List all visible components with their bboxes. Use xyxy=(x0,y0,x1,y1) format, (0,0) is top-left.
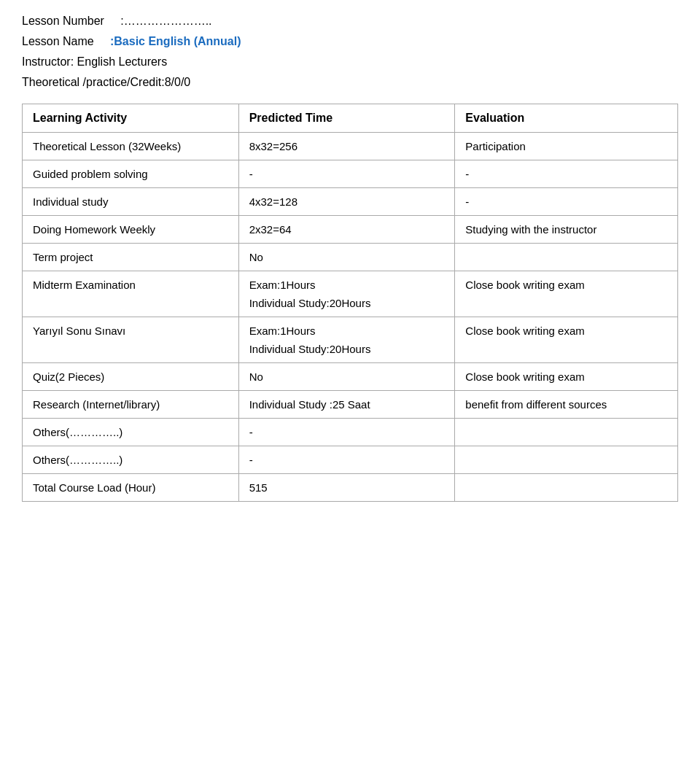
row-9-col1: Others(…………..) xyxy=(23,419,239,446)
lesson-number-value: :………………….. xyxy=(120,15,211,27)
row-8-col2: Individual Study :25 Saat xyxy=(238,391,455,419)
row-5-col1: Midterm Examination xyxy=(23,271,239,317)
instructor-row: Instructor: English Lecturers xyxy=(22,55,678,69)
row-6-col2-line1: Exam:1Hours xyxy=(249,325,316,337)
row-3-col3: Studying with the instructor xyxy=(455,216,678,244)
row-7-col1: Quiz(2 Pieces) xyxy=(23,363,239,391)
row-8-col1: Research (Internet/library) xyxy=(23,391,239,419)
row-0-col2: 8x32=256 xyxy=(238,133,455,160)
row-1-col3: - xyxy=(455,160,678,188)
row-2-col2: 4x32=128 xyxy=(238,188,455,216)
header-section: Lesson Number :………………….. Lesson Name :Ba… xyxy=(22,15,678,89)
col-header-predicted-time: Predicted Time xyxy=(238,104,455,133)
row-1-col2: - xyxy=(238,160,455,188)
table-header-row: Learning Activity Predicted Time Evaluat… xyxy=(23,104,678,133)
row-11-col3 xyxy=(455,474,678,502)
row-4-col1: Term project xyxy=(23,244,239,271)
row-7-col2: No xyxy=(238,363,455,391)
row-10-col1: Others(…………..) xyxy=(23,446,239,474)
table-row: Individual study 4x32=128 - xyxy=(23,188,678,216)
row-6-col1: Yarıyıl Sonu Sınavı xyxy=(23,317,239,363)
row-5-col3: Close book writing exam xyxy=(455,271,678,317)
col-header-evaluation: Evaluation xyxy=(455,104,678,133)
table-row: Research (Internet/library) Individual S… xyxy=(23,391,678,419)
table-row: Doing Homework Weekly 2x32=64 Studying w… xyxy=(23,216,678,244)
row-6-col2-line2: Individual Study:20Hours xyxy=(249,343,445,355)
col-header-learning-activity: Learning Activity xyxy=(23,104,239,133)
row-11-col2: 515 xyxy=(238,474,455,502)
table-row: Term project No xyxy=(23,244,678,271)
row-4-col3 xyxy=(455,244,678,271)
row-2-col1: Individual study xyxy=(23,188,239,216)
table-row: Midterm Examination Exam:1Hours Individu… xyxy=(23,271,678,317)
row-6-col3: Close book writing exam xyxy=(455,317,678,363)
row-11-col1: Total Course Load (Hour) xyxy=(23,474,239,502)
row-3-col2: 2x32=64 xyxy=(238,216,455,244)
theoretical-label: Theoretical /practice/Credit:8/0/0 xyxy=(22,76,190,88)
table-row: Others(…………..) - xyxy=(23,419,678,446)
row-4-col2: No xyxy=(238,244,455,271)
theoretical-row: Theoretical /practice/Credit:8/0/0 xyxy=(22,76,678,89)
row-10-col2: - xyxy=(238,446,455,474)
table-row: Theoretical Lesson (32Weeks) 8x32=256 Pa… xyxy=(23,133,678,160)
row-5-col2-line1: Exam:1Hours xyxy=(249,279,316,291)
lesson-name-label: Lesson Name xyxy=(22,35,94,47)
table-row: Total Course Load (Hour) 515 xyxy=(23,474,678,502)
row-10-col3 xyxy=(455,446,678,474)
row-5-col2: Exam:1Hours Individual Study:20Hours xyxy=(238,271,455,317)
row-6-col2: Exam:1Hours Individual Study:20Hours xyxy=(238,317,455,363)
table-row: Others(…………..) - xyxy=(23,446,678,474)
row-0-col1: Theoretical Lesson (32Weeks) xyxy=(23,133,239,160)
learning-activity-table: Learning Activity Predicted Time Evaluat… xyxy=(22,104,678,502)
lesson-name-value: :Basic English (Annual) xyxy=(110,35,241,47)
row-9-col3 xyxy=(455,419,678,446)
row-0-col3: Participation xyxy=(455,133,678,160)
row-8-col3: benefit from different sources xyxy=(455,391,678,419)
table-row: Guided problem solving - - xyxy=(23,160,678,188)
instructor-label: Instructor: English Lecturers xyxy=(22,55,167,68)
lesson-number-row: Lesson Number :………………….. xyxy=(22,15,678,28)
row-1-col1: Guided problem solving xyxy=(23,160,239,188)
row-2-col3: - xyxy=(455,188,678,216)
row-5-col2-line2: Individual Study:20Hours xyxy=(249,297,445,309)
lesson-name-row: Lesson Name :Basic English (Annual) xyxy=(22,35,678,48)
table-row: Yarıyıl Sonu Sınavı Exam:1Hours Individu… xyxy=(23,317,678,363)
row-9-col2: - xyxy=(238,419,455,446)
table-row: Quiz(2 Pieces) No Close book writing exa… xyxy=(23,363,678,391)
lesson-number-label: Lesson Number xyxy=(22,15,104,27)
row-3-col1: Doing Homework Weekly xyxy=(23,216,239,244)
row-7-col3: Close book writing exam xyxy=(455,363,678,391)
